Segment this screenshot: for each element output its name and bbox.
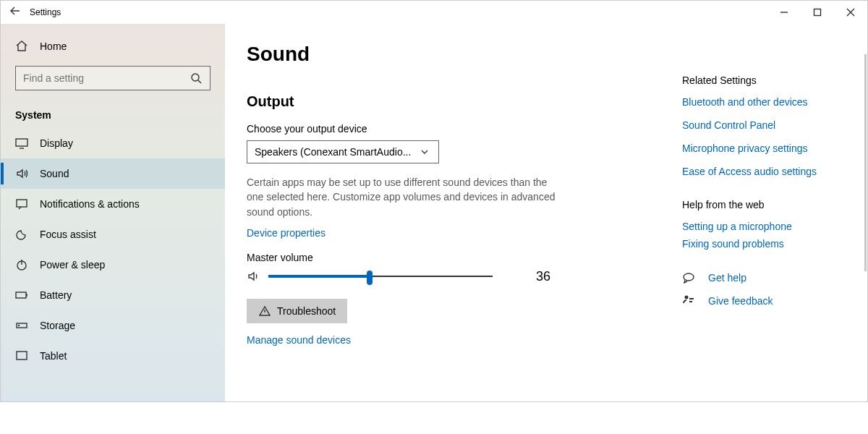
sidebar-item-sound[interactable]: Sound xyxy=(1,158,225,189)
feedback-icon xyxy=(682,294,695,307)
output-heading: Output xyxy=(247,93,682,110)
warning-icon xyxy=(258,305,271,318)
master-volume-slider[interactable] xyxy=(268,269,493,284)
back-button[interactable] xyxy=(1,5,30,20)
page-title: Sound xyxy=(247,43,682,66)
device-properties-link[interactable]: Device properties xyxy=(247,227,326,239)
sidebar-item-label: Focus assist xyxy=(40,229,96,240)
sidebar-item-label: Storage xyxy=(40,320,75,331)
svg-point-7 xyxy=(19,326,20,326)
battery-icon xyxy=(15,289,28,302)
main-pane: Sound Output Choose your output device S… xyxy=(225,24,867,401)
sidebar-item-label: Sound xyxy=(40,168,69,179)
chevron-down-icon xyxy=(418,145,431,158)
home-icon xyxy=(15,40,28,53)
sidebar-item-tablet[interactable]: Tablet xyxy=(1,341,225,371)
svg-rect-5 xyxy=(16,292,26,298)
sidebar-home-label: Home xyxy=(40,41,67,52)
sidebar-item-notifications[interactable]: Notifications & actions xyxy=(1,189,225,219)
search-box[interactable] xyxy=(15,66,210,90)
output-device-value: Speakers (Conexant SmartAudio... xyxy=(255,146,411,158)
sidebar-item-label: Display xyxy=(40,137,73,149)
sidebar-item-battery[interactable]: Battery xyxy=(1,280,225,310)
related-settings-heading: Related Settings xyxy=(682,75,853,86)
svg-point-9 xyxy=(684,273,694,281)
master-volume-label: Master volume xyxy=(247,252,682,263)
svg-rect-3 xyxy=(17,200,27,207)
sidebar-item-focus-assist[interactable]: Focus assist xyxy=(1,219,225,250)
svg-rect-8 xyxy=(17,352,27,359)
svg-rect-2 xyxy=(16,139,27,146)
tablet-icon xyxy=(15,349,28,362)
manage-sound-devices-link[interactable]: Manage sound devices xyxy=(247,334,351,346)
sound-icon xyxy=(15,167,28,180)
get-help-link[interactable]: Get help xyxy=(708,272,746,284)
give-feedback-link[interactable]: Give feedback xyxy=(708,295,773,307)
close-button[interactable] xyxy=(834,1,867,24)
link-fixing-sound-problems[interactable]: Fixing sound problems xyxy=(682,238,853,250)
settings-window: Settings Home System Display Sou xyxy=(0,0,868,402)
power-icon xyxy=(15,258,28,271)
troubleshoot-button[interactable]: Troubleshoot xyxy=(247,299,347,323)
sidebar: Home System Display Sound Notifications … xyxy=(1,24,225,401)
minimize-button[interactable] xyxy=(767,1,801,24)
titlebar: Settings xyxy=(1,1,867,24)
get-help-icon xyxy=(682,271,695,284)
link-ease-of-access-audio[interactable]: Ease of Access audio settings xyxy=(682,166,853,177)
help-from-web-heading: Help from the web xyxy=(682,199,853,210)
window-title: Settings xyxy=(30,7,61,17)
master-volume-value: 36 xyxy=(536,269,550,284)
sidebar-item-label: Power & sleep xyxy=(40,259,105,271)
link-setting-up-microphone[interactable]: Setting up a microphone xyxy=(682,221,853,232)
search-icon xyxy=(190,72,203,85)
focus-assist-icon xyxy=(15,228,28,241)
sidebar-item-label: Battery xyxy=(40,289,72,301)
sidebar-home[interactable]: Home xyxy=(1,34,225,59)
sidebar-item-label: Notifications & actions xyxy=(40,198,140,210)
svg-point-1 xyxy=(192,74,199,81)
sidebar-item-storage[interactable]: Storage xyxy=(1,310,225,341)
svg-rect-0 xyxy=(814,9,821,16)
link-microphone-privacy[interactable]: Microphone privacy settings xyxy=(682,142,853,154)
sidebar-item-display[interactable]: Display xyxy=(1,128,225,158)
link-sound-control-panel[interactable]: Sound Control Panel xyxy=(682,119,853,131)
display-icon xyxy=(15,137,28,150)
maximize-button[interactable] xyxy=(801,1,834,24)
link-bluetooth-devices[interactable]: Bluetooth and other devices xyxy=(682,96,853,108)
sidebar-section-system: System xyxy=(1,98,225,128)
notifications-icon xyxy=(15,197,28,210)
troubleshoot-label: Troubleshoot xyxy=(277,305,336,317)
sidebar-item-power-sleep[interactable]: Power & sleep xyxy=(1,250,225,280)
storage-icon xyxy=(15,319,28,332)
speaker-icon[interactable] xyxy=(247,270,260,283)
right-column: Related Settings Bluetooth and other dev… xyxy=(682,24,867,401)
search-input[interactable] xyxy=(23,72,182,84)
output-note: Certain apps may be set up to use differ… xyxy=(247,175,565,219)
svg-point-10 xyxy=(685,296,689,299)
output-device-label: Choose your output device xyxy=(247,123,682,135)
scrollbar[interactable] xyxy=(864,54,867,271)
sidebar-item-label: Tablet xyxy=(40,350,67,362)
output-device-dropdown[interactable]: Speakers (Conexant SmartAudio... xyxy=(247,140,439,163)
